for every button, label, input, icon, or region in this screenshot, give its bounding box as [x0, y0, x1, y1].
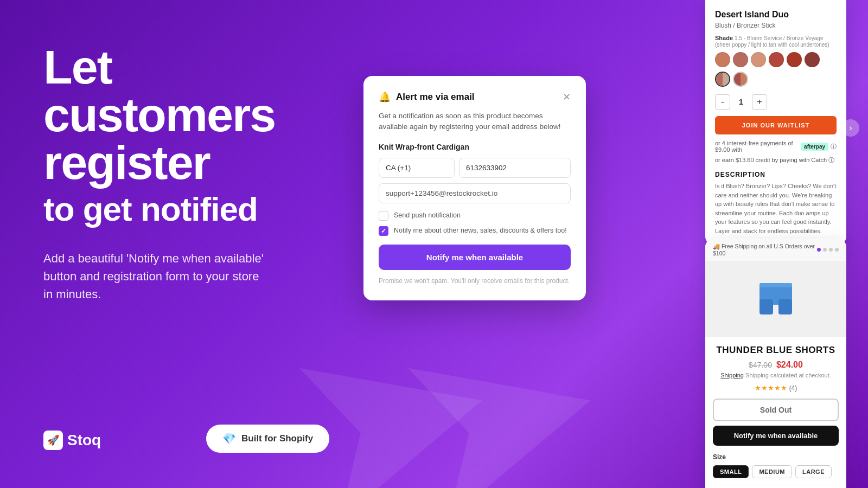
bell-icon: 🔔 [379, 91, 391, 103]
dots-row [817, 248, 839, 252]
stars-row: ★★★★★ (4) [713, 384, 839, 392]
swatch-half-2[interactable] [733, 72, 748, 87]
news-notification-label: Notify me about other news, sales, disco… [394, 226, 567, 236]
qty-plus-button[interactable]: + [752, 94, 767, 110]
shipping-text: 🚚 Free Shipping on all U.S Orders over $… [713, 243, 817, 256]
description-text: Is it Blush? Bronzer? Lips? Cheeks? We d… [715, 182, 837, 235]
phone-row: CA (+1) US (+1) UK (+44) [379, 158, 571, 178]
color-swatches-row1 [715, 52, 837, 67]
shipping-link[interactable]: Shipping [720, 372, 744, 378]
product-top-subtitle: Blush / Bronzer Stick [715, 22, 837, 29]
product-bottom-content: THUNDER BLUE SHORTS $47.00 $24.00 Shippi… [705, 337, 846, 488]
modal-product-name: Knit Wrap-front Cardigan [379, 143, 571, 151]
qty-minus-button[interactable]: - [715, 94, 730, 110]
news-notification-row[interactable]: Notify me about other news, sales, disco… [379, 226, 571, 236]
email-input[interactable] [379, 183, 571, 203]
swatch-half-1[interactable] [715, 72, 730, 87]
notify-when-available-button[interactable]: Notify me when available [713, 426, 839, 446]
hero-title: Let customers register [43, 43, 315, 187]
color-swatches-row2 [715, 72, 837, 87]
review-count: (4) [789, 384, 797, 392]
phone-country-select[interactable]: CA (+1) US (+1) UK (+44) [379, 158, 455, 178]
swatch-5[interactable] [787, 52, 802, 67]
modal-title-row: 🔔 Alert me via email [379, 91, 475, 103]
shopify-btn-text: Built for Shopify [241, 433, 313, 444]
news-notification-checkbox[interactable] [379, 226, 388, 236]
qty-value: 1 [735, 98, 748, 106]
size-medium[interactable]: MEDIUM [752, 465, 792, 478]
dot-1 [817, 248, 821, 252]
phone-number-input[interactable] [459, 158, 571, 178]
swatch-4[interactable] [769, 52, 784, 67]
dot-3 [829, 248, 833, 252]
svg-rect-1 [760, 299, 773, 314]
product-top-panel: Desert Island Duo Blush / Bronzer Stick … [705, 0, 846, 245]
modal-close-button[interactable]: ✕ [563, 91, 571, 103]
size-section: Size SMALL MEDIUM LARGE [713, 453, 839, 478]
svg-rect-3 [760, 283, 792, 287]
catch-row: or earn $13.60 credit by paying with Cat… [715, 156, 837, 164]
sale-price: $24.00 [776, 360, 803, 370]
dot-4 [835, 248, 839, 252]
shorts-illustration [754, 280, 797, 318]
hero-subtitle: to get notified [43, 191, 315, 228]
modal-description: Get a notification as soon as this produ… [379, 111, 571, 133]
star-rating: ★★★★★ [755, 384, 787, 392]
original-price: $47.00 [749, 361, 772, 369]
description-heading: DESCRIPTION [715, 171, 837, 178]
shipping-bar: 🚚 Free Shipping on all U.S Orders over $… [705, 239, 846, 261]
swatch-2[interactable] [733, 52, 748, 67]
stoq-icon: 🚀 [43, 431, 63, 450]
join-waitlist-button[interactable]: JOIN OUR WAITLIST [715, 116, 837, 134]
hero-description: Add a beautiful 'Notify me when availabl… [43, 249, 271, 303]
description-row[interactable]: Description ▾ [713, 485, 839, 488]
swatch-1[interactable] [715, 52, 730, 67]
product-top-title: Desert Island Duo [715, 10, 837, 20]
notify-me-button[interactable]: Notify me when available [379, 245, 571, 270]
svg-rect-2 [778, 299, 792, 314]
hero-section: Let customers register to get notified A… [43, 43, 315, 303]
gem-icon: 💎 [222, 432, 236, 445]
push-notification-label: Send push notification [394, 211, 461, 221]
alert-modal: 🔔 Alert me via email ✕ Get a notificatio… [363, 76, 586, 300]
modal-wrapper: 🔔 Alert me via email ✕ Get a notificatio… [363, 76, 586, 300]
product-image [705, 261, 846, 337]
shipping-note: Shipping Shipping calculated at checkout… [713, 372, 839, 378]
push-notification-row[interactable]: Send push notification [379, 211, 571, 221]
size-small[interactable]: SMALL [713, 465, 749, 478]
push-notification-checkbox[interactable] [379, 211, 388, 221]
price-row: $47.00 $24.00 [713, 360, 839, 370]
dot-2 [823, 248, 827, 252]
right-nav-arrow[interactable]: › [842, 119, 859, 137]
swatch-3[interactable] [751, 52, 766, 67]
modal-footer: Promise we won't spam. You'll only recei… [379, 277, 571, 286]
modal-header: 🔔 Alert me via email ✕ [379, 91, 571, 103]
size-label: Size [713, 453, 839, 461]
shopify-button[interactable]: 💎 Built for Shopify [206, 425, 329, 453]
quantity-row: - 1 + [715, 94, 837, 110]
stoq-name: Stoq [67, 432, 101, 449]
modal-title: Alert me via email [396, 92, 475, 102]
product-bottom-title: THUNDER BLUE SHORTS [713, 345, 839, 356]
size-options: SMALL MEDIUM LARGE [713, 465, 839, 478]
product-bottom-panel: 🚚 Free Shipping on all U.S Orders over $… [705, 239, 846, 488]
swatch-6[interactable] [805, 52, 820, 67]
sold-out-button[interactable]: Sold Out [713, 399, 839, 421]
stoq-brand: 🚀 Stoq [43, 431, 101, 450]
afterpay-badge: afterpay [801, 143, 828, 151]
shade-label: Shade 1.5 - Bloom Service / Bronze Voyag… [715, 35, 837, 48]
size-large[interactable]: LARGE [795, 465, 832, 478]
afterpay-row: or 4 interest-free payments of $9.00 wit… [715, 140, 837, 153]
